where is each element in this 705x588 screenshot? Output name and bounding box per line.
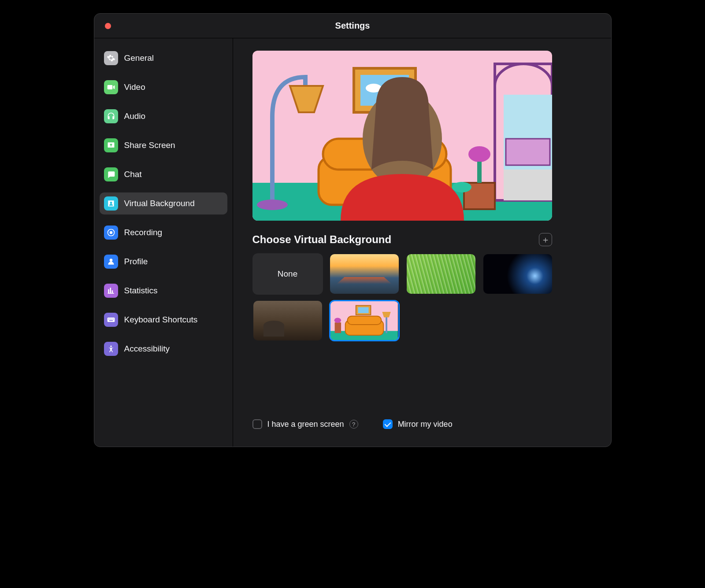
svg-rect-33 xyxy=(347,316,381,325)
profile-icon xyxy=(104,255,118,269)
green-screen-label: I have a green screen xyxy=(267,420,344,429)
mirror-video-checkbox[interactable] xyxy=(383,419,393,429)
svg-point-8 xyxy=(110,346,111,347)
svg-rect-19 xyxy=(270,117,275,205)
sidebar-item-label: Statistics xyxy=(124,286,158,296)
section-header: Choose Virtual Background ＋ xyxy=(252,233,552,246)
sidebar-item-video[interactable]: Video xyxy=(100,76,227,98)
svg-rect-13 xyxy=(504,170,552,200)
cartoon-room-scene-icon xyxy=(330,301,398,341)
titlebar: Settings xyxy=(94,14,611,38)
earth-space-scene-icon xyxy=(483,254,552,294)
record-icon xyxy=(104,226,118,240)
settings-window: Settings General Video Audio xyxy=(94,13,612,447)
sidebar-item-label: Profile xyxy=(124,257,148,266)
video-camera-icon xyxy=(104,80,118,94)
svg-rect-4 xyxy=(110,319,111,320)
sidebar-item-recording[interactable]: Recording xyxy=(100,222,227,244)
svg-rect-2 xyxy=(107,318,115,322)
bridge-scene-icon xyxy=(330,254,399,294)
mirror-video-option: Mirror my video xyxy=(383,419,453,429)
share-screen-icon xyxy=(104,138,118,152)
sidebar-item-chat[interactable]: Chat xyxy=(100,163,227,185)
sidebar-item-virtual-background[interactable]: Virtual Background xyxy=(100,192,227,214)
sidebar-item-label: Chat xyxy=(124,170,142,179)
background-thumb-grass[interactable] xyxy=(406,253,476,295)
main-panel: Choose Virtual Background ＋ None xyxy=(233,38,611,447)
help-icon[interactable]: ? xyxy=(349,420,358,429)
cartoon-living-room-background xyxy=(252,51,552,221)
grass-scene-icon xyxy=(407,254,475,294)
svg-rect-14 xyxy=(506,139,550,165)
virtual-background-icon xyxy=(104,196,118,211)
section-title: Choose Virtual Background xyxy=(252,233,392,246)
sidebar: General Video Audio Share Screen xyxy=(94,38,233,447)
svg-rect-6 xyxy=(113,319,114,320)
svg-rect-38 xyxy=(334,322,341,333)
sidebar-item-statistics[interactable]: Statistics xyxy=(100,280,227,302)
thumb-none-label: None xyxy=(278,269,297,279)
options-row: I have a green screen ? Mirror my video xyxy=(252,419,595,434)
svg-rect-35 xyxy=(358,307,368,313)
background-thumbnail-grid: None xyxy=(252,253,552,341)
accessibility-icon xyxy=(104,342,118,356)
bar-chart-icon xyxy=(104,284,118,298)
sidebar-item-label: General xyxy=(124,53,154,63)
svg-point-1 xyxy=(109,231,112,234)
window-body: General Video Audio Share Screen xyxy=(94,38,611,447)
svg-rect-5 xyxy=(111,319,112,320)
sidebar-item-profile[interactable]: Profile xyxy=(100,251,227,273)
close-window-button[interactable] xyxy=(105,23,111,29)
sidebar-item-label: Virtual Background xyxy=(124,199,195,208)
svg-point-39 xyxy=(334,318,341,323)
headphones-icon xyxy=(104,109,118,123)
sidebar-item-audio[interactable]: Audio xyxy=(100,105,227,127)
background-thumb-bridge[interactable] xyxy=(329,253,400,295)
background-thumb-space[interactable] xyxy=(482,253,553,295)
sidebar-item-label: Keyboard Shortcuts xyxy=(124,315,198,325)
chat-bubble-icon xyxy=(104,167,118,181)
add-background-button[interactable]: ＋ xyxy=(539,233,552,246)
sidebar-item-label: Audio xyxy=(124,111,146,121)
svg-point-20 xyxy=(257,200,288,210)
plus-icon: ＋ xyxy=(541,235,550,244)
sidebar-item-share-screen[interactable]: Share Screen xyxy=(100,134,227,156)
keyboard-icon xyxy=(104,313,118,327)
sidebar-item-general[interactable]: General xyxy=(100,47,227,69)
sidebar-item-keyboard-shortcuts[interactable]: Keyboard Shortcuts xyxy=(100,309,227,331)
green-screen-checkbox[interactable] xyxy=(252,419,262,429)
sidebar-item-label: Recording xyxy=(124,228,163,237)
office-scene-icon xyxy=(253,301,322,340)
sidebar-item-label: Accessibility xyxy=(124,344,170,354)
background-thumb-office[interactable] xyxy=(252,300,323,341)
svg-rect-3 xyxy=(108,319,109,320)
svg-rect-7 xyxy=(109,320,112,321)
sidebar-item-label: Video xyxy=(124,82,145,92)
sidebar-item-label: Share Screen xyxy=(124,141,175,150)
green-screen-option: I have a green screen ? xyxy=(252,419,358,429)
background-thumb-cartoon-room[interactable] xyxy=(329,300,400,341)
video-preview xyxy=(252,51,552,221)
svg-rect-26 xyxy=(477,162,482,183)
sidebar-item-accessibility[interactable]: Accessibility xyxy=(100,338,227,360)
mirror-video-label: Mirror my video xyxy=(398,420,453,429)
background-thumb-none[interactable]: None xyxy=(252,253,323,295)
svg-point-25 xyxy=(468,146,490,162)
gear-icon xyxy=(104,51,118,65)
window-title: Settings xyxy=(335,21,370,31)
svg-point-27 xyxy=(452,182,471,192)
